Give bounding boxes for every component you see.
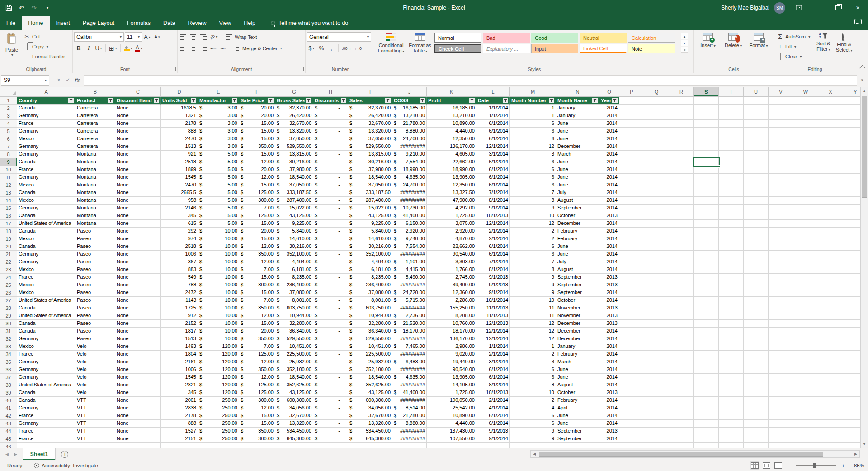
- cell-sales[interactable]: $32,670.00: [348, 412, 392, 420]
- cell-sales[interactable]: $352,100.00: [348, 251, 392, 258]
- zoom-slider-thumb[interactable]: [813, 463, 816, 468]
- header-cell-gross-sales[interactable]: Gross Sales: [275, 97, 313, 105]
- horizontal-scroll-thumb[interactable]: [539, 452, 823, 457]
- column-header[interactable]: W: [793, 87, 818, 97]
- cell-cogs[interactable]: $41,400.00: [392, 389, 427, 397]
- align-left-button[interactable]: [179, 43, 188, 53]
- cell-country[interactable]: Germany: [17, 174, 75, 181]
- cell-gross-sales[interactable]: $13,320.00: [275, 420, 313, 428]
- cell-sale-price[interactable]: $15.00: [239, 135, 275, 143]
- cell-product[interactable]: Montana: [75, 220, 115, 228]
- cell-discounts[interactable]: $-: [313, 274, 348, 281]
- row-header[interactable]: 20: [0, 243, 17, 251]
- cell-discounts[interactable]: $-: [313, 105, 348, 112]
- comma-format-button[interactable]: ,: [327, 43, 336, 53]
- font-color-button[interactable]: A▾: [134, 43, 143, 53]
- cell-sale-price[interactable]: $20.00: [239, 328, 275, 335]
- cell-sales[interactable]: $34,056.00: [348, 404, 392, 412]
- cell-sale-price[interactable]: $12.00: [239, 258, 275, 266]
- cell-cogs[interactable]: $10,730.00: [392, 205, 427, 212]
- cell-units-sold[interactable]: 2665.5: [161, 189, 198, 197]
- cell-date[interactable]: 6/1/2014: [476, 174, 510, 181]
- cell-country[interactable]: United States of America: [17, 312, 75, 320]
- cell-cogs[interactable]: #########: [392, 428, 427, 435]
- cell-gross-sales[interactable]: $529,550.00: [275, 335, 313, 343]
- cell-month-number[interactable]: 6: [510, 174, 556, 181]
- cell-discounts[interactable]: $-: [313, 235, 348, 243]
- row-header[interactable]: 36: [0, 366, 17, 374]
- cell-month-number[interactable]: 9: [510, 289, 556, 297]
- cell-gross-sales[interactable]: $37,050.00: [275, 181, 313, 189]
- cell-month-name[interactable]: November: [556, 312, 599, 320]
- cell-month-number[interactable]: 3: [510, 358, 556, 366]
- cell-manufacturing-price[interactable]: $3.00: [198, 143, 239, 151]
- cell-month-number[interactable]: 10: [510, 389, 556, 397]
- align-top-button[interactable]: [179, 32, 188, 42]
- cell-manufacturing-price[interactable]: $10.00: [198, 312, 239, 320]
- cell-units-sold[interactable]: 1899: [161, 166, 198, 174]
- row-header[interactable]: 41: [0, 404, 17, 412]
- cell-profit[interactable]: 9,020.00: [427, 351, 476, 358]
- ribbon-tab[interactable]: Data: [157, 16, 181, 30]
- cell-units-sold[interactable]: 2470: [161, 135, 198, 143]
- cell-discount-band[interactable]: None: [115, 320, 161, 328]
- header-cell-units-sold[interactable]: Units Sold: [161, 97, 198, 105]
- cell-date[interactable]: 9/1/2014: [476, 205, 510, 212]
- row-header[interactable]: 32: [0, 335, 17, 343]
- cell-profit[interactable]: 22,662.00: [427, 243, 476, 251]
- cell-month-name[interactable]: December: [556, 220, 599, 228]
- file-tab[interactable]: File: [0, 16, 22, 30]
- cell[interactable]: [392, 443, 427, 448]
- cell-profit[interactable]: 10,760.00: [427, 320, 476, 328]
- filter-button[interactable]: [68, 98, 74, 103]
- cell-profit[interactable]: 90,540.00: [427, 251, 476, 258]
- cell-cogs[interactable]: #########: [392, 381, 427, 389]
- cell-discount-band[interactable]: None: [115, 420, 161, 428]
- cell-manufacturing-price[interactable]: $3.00: [198, 128, 239, 135]
- cell-cogs[interactable]: $21,780.00: [392, 120, 427, 128]
- cell-units-sold[interactable]: 367: [161, 258, 198, 266]
- zoom-level[interactable]: 85%: [850, 463, 864, 468]
- cell-profit[interactable]: 13,905.00: [427, 174, 476, 181]
- cell-month-number[interactable]: 9: [510, 428, 556, 435]
- cell-gross-sales[interactable]: $26,420.00: [275, 112, 313, 120]
- header-cell-product[interactable]: Product: [75, 97, 115, 105]
- cell-year[interactable]: 2014: [599, 112, 619, 120]
- cell-cogs[interactable]: $2,920.00: [392, 228, 427, 235]
- accessibility-status[interactable]: Accessibility: Investigate: [34, 463, 98, 468]
- cell-manufacturing-price[interactable]: $10.00: [198, 251, 239, 258]
- cell-date[interactable]: 2/1/2014: [476, 351, 510, 358]
- cell-profit[interactable]: 10,890.00: [427, 120, 476, 128]
- cell-gross-sales[interactable]: $30,216.00: [275, 158, 313, 166]
- cell-discounts[interactable]: $-: [313, 158, 348, 166]
- header-cell-month-number[interactable]: Month Number: [510, 97, 556, 105]
- cell-discount-band[interactable]: None: [115, 266, 161, 274]
- row-header[interactable]: 17: [0, 220, 17, 228]
- cell-year[interactable]: 2014: [599, 258, 619, 266]
- cell-discounts[interactable]: $-: [313, 266, 348, 274]
- cell-units-sold[interactable]: 1143: [161, 297, 198, 304]
- cell-profit[interactable]: 107,550.00: [427, 435, 476, 443]
- cell-discounts[interactable]: $-: [313, 435, 348, 443]
- borders-button[interactable]: ⊞▾: [108, 43, 118, 53]
- cell-year[interactable]: 2014: [599, 243, 619, 251]
- cell-year[interactable]: 2014: [599, 251, 619, 258]
- cell-profit[interactable]: 1,766.00: [427, 266, 476, 274]
- column-header[interactable]: O: [599, 87, 619, 97]
- row-header[interactable]: 21: [0, 251, 17, 258]
- cell-discount-band[interactable]: None: [115, 143, 161, 151]
- cell-discount-band[interactable]: None: [115, 151, 161, 158]
- ribbon-tab[interactable]: Review: [181, 16, 212, 30]
- cell-month-name[interactable]: March: [556, 358, 599, 366]
- row-header[interactable]: 38: [0, 381, 17, 389]
- cell-manufacturing-price[interactable]: $120.00: [198, 351, 239, 358]
- cell-units-sold[interactable]: 1527: [161, 428, 198, 435]
- cell-sales[interactable]: $36,340.00: [348, 328, 392, 335]
- cell-gross-sales[interactable]: $18,540.00: [275, 174, 313, 181]
- cell-sales[interactable]: $13,320.00: [348, 420, 392, 428]
- cell-month-number[interactable]: 2: [510, 397, 556, 404]
- header-cell-sales[interactable]: Sales: [348, 97, 392, 105]
- cell-month-number[interactable]: 6: [510, 128, 556, 135]
- row-header[interactable]: 30: [0, 320, 17, 328]
- cell-gross-sales[interactable]: $8,001.00: [275, 297, 313, 304]
